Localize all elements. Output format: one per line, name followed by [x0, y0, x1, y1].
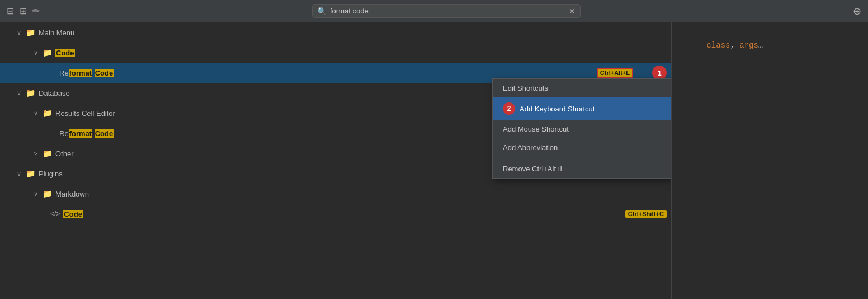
- folder-icon: 📁: [43, 109, 52, 118]
- shortcut-ctrl-shift-c: Ctrl+Shift+C: [625, 210, 667, 218]
- tree-item-main-menu[interactable]: ∨ 📁 Main Menu: [0, 22, 671, 43]
- folder-icon: 📁: [26, 28, 35, 37]
- separator: [493, 158, 671, 158]
- arrow-icon: ∨: [34, 49, 40, 57]
- code-class: class: [706, 41, 730, 50]
- tree-item-code-markdown[interactable]: </> Code Ctrl+Shift+C: [0, 204, 671, 224]
- toolbar: ⊟ ⊞ ✏ 🔍 format code ✕ ⊕: [0, 0, 868, 22]
- code-line-1: class, args…: [678, 27, 861, 64]
- expand-all-icon[interactable]: ⊞: [20, 6, 27, 16]
- arrow-icon: >: [34, 150, 40, 157]
- add-abbreviation-label: Add Abbreviation: [503, 143, 558, 152]
- code-highlight2: Code: [95, 129, 114, 138]
- markdown-label: Markdown: [55, 190, 671, 198]
- code-highlight3: Code: [63, 210, 83, 218]
- search-box[interactable]: 🔍 format code ✕: [312, 4, 581, 18]
- format-highlight: format: [69, 129, 92, 138]
- code-args: args: [739, 41, 758, 50]
- code-highlight: Code: [95, 69, 114, 77]
- edit-shortcuts-label: Edit Shortcuts: [503, 84, 548, 92]
- tree-panel: ∨ 📁 Main Menu ∨ 📁 Code Reformat Code Ctr…: [0, 22, 671, 299]
- code-panel: class, args…: [671, 22, 868, 299]
- arrow-icon: ∨: [34, 190, 40, 198]
- collapse-all-icon[interactable]: ⊟: [7, 6, 14, 16]
- search-icon: 🔍: [317, 7, 327, 16]
- context-menu-add-mouse-shortcut[interactable]: Add Mouse Shortcut: [493, 120, 671, 138]
- code-folder-label: Code: [55, 49, 671, 57]
- main-area: ∨ 📁 Main Menu ∨ 📁 Code Reformat Code Ctr…: [0, 22, 868, 299]
- remove-shortcut-label: Remove Ctrl+Alt+L: [503, 165, 564, 173]
- brush-icon[interactable]: ✏: [32, 6, 40, 16]
- shortcut-ctrl-alt-l: Ctrl+Alt+L: [597, 68, 633, 78]
- main-menu-label: Main Menu: [39, 29, 671, 37]
- tree-item-markdown[interactable]: ∨ 📁 Markdown: [0, 184, 671, 204]
- arrow-icon: ∨: [34, 110, 40, 117]
- format-highlight: format: [69, 69, 92, 77]
- context-menu-remove-shortcut[interactable]: Remove Ctrl+Alt+L: [493, 160, 671, 178]
- folder-icon: 📁: [26, 169, 35, 178]
- step-2-badge: 2: [503, 102, 515, 115]
- code-highlight: Code: [55, 49, 75, 57]
- reformat-code-1-label: Reformat Code: [59, 69, 597, 77]
- add-mouse-shortcut-label: Add Mouse Shortcut: [503, 125, 569, 133]
- add-keyboard-shortcut-label: Add Keyboard Shortcut: [520, 105, 595, 113]
- other-folder-icon: 📁: [43, 149, 52, 158]
- arrow-icon: ∨: [17, 29, 23, 36]
- arrow-icon: ∨: [17, 90, 23, 97]
- tree-item-code-folder[interactable]: ∨ 📁 Code: [0, 43, 671, 63]
- search-input[interactable]: format code: [330, 7, 569, 15]
- context-menu-add-keyboard-shortcut[interactable]: 2 Add Keyboard Shortcut: [493, 97, 671, 120]
- folder-icon: 📁: [26, 88, 35, 97]
- arrow-icon: ∨: [17, 170, 23, 177]
- search-clear-icon[interactable]: ✕: [569, 7, 575, 16]
- person-icon[interactable]: ⊕: [853, 5, 861, 17]
- code-brackets-icon: </>: [50, 210, 60, 218]
- folder-icon: 📁: [43, 48, 52, 57]
- context-menu-edit-shortcuts[interactable]: Edit Shortcuts: [493, 79, 671, 97]
- folder-icon: 📁: [43, 189, 52, 198]
- context-menu-add-abbreviation[interactable]: Add Abbreviation: [493, 138, 671, 157]
- context-menu: Edit Shortcuts 2 Add Keyboard Shortcut A…: [492, 78, 671, 179]
- code-markdown-label: Code: [63, 210, 625, 218]
